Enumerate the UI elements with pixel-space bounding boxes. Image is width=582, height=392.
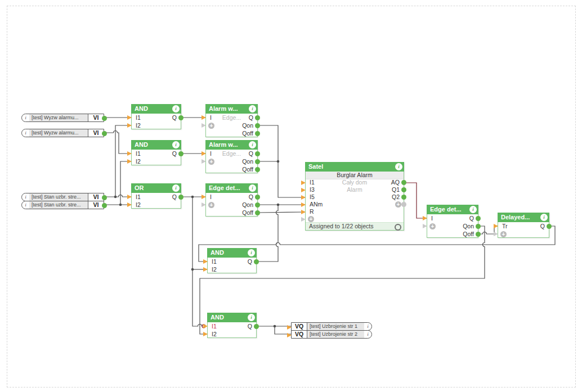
input-connector[interactable] [127, 115, 132, 120]
output-connector[interactable] [547, 224, 552, 229]
add-input-button[interactable]: + [208, 123, 214, 129]
output-connector[interactable] [401, 195, 406, 200]
info-icon[interactable]: i [395, 163, 402, 170]
output-connector[interactable] [178, 151, 183, 156]
output-connector[interactable] [476, 216, 481, 221]
virtual-output-pill[interactable]: VQ[test] Uzbrojenie str 2i [291, 330, 372, 339]
block-and-2[interactable]: ANDiI1QI2 [131, 140, 181, 165]
info-icon[interactable]: i [249, 184, 256, 192]
block-alarm-2[interactable]: Alarm w...iIEdge...QQon+Qoff [205, 140, 258, 173]
input-connector[interactable] [287, 333, 292, 337]
info-icon[interactable]: i [172, 184, 180, 192]
input-connector[interactable] [301, 202, 306, 207]
add-input-button[interactable]: + [208, 202, 214, 208]
block-satel[interactable]: SateliBurglar AlarmI1Cały domAQI3AlarmQ1… [305, 162, 404, 231]
input-connector[interactable] [202, 159, 206, 164]
input-connector[interactable] [202, 195, 206, 199]
virtual-input-pill[interactable]: i[test] Stan uzbr. stre...VI [21, 201, 104, 209]
info-icon[interactable]: i [249, 105, 256, 112]
input-connector[interactable] [202, 123, 206, 128]
output-connector[interactable] [254, 259, 259, 264]
output-connector[interactable] [255, 115, 260, 120]
info-icon[interactable]: i [249, 141, 256, 148]
add-input-button[interactable]: + [500, 231, 507, 237]
block-delayed[interactable]: Delayed...iTrQ+ [498, 213, 549, 238]
info-icon[interactable]: i [364, 331, 371, 338]
info-icon[interactable]: i [248, 314, 255, 321]
output-connector[interactable] [102, 116, 107, 121]
info-icon[interactable]: i [22, 201, 29, 209]
info-icon[interactable]: i [469, 206, 477, 213]
output-connector[interactable] [401, 202, 406, 207]
output-connector[interactable] [102, 195, 107, 200]
info-icon[interactable]: i [364, 323, 371, 330]
virtual-input-pill[interactable]: i[test] Wyzw alarmu...VI [21, 114, 104, 122]
input-connector[interactable] [301, 181, 306, 185]
add-input-button[interactable]: + [308, 216, 314, 222]
gear-icon[interactable] [395, 224, 401, 231]
block-and-1[interactable]: ANDiI1QI2 [131, 104, 181, 129]
virtual-input-pill[interactable]: i[test] Stan uzbr. stre...VI [21, 193, 104, 201]
input-connector[interactable] [301, 195, 306, 200]
input-connector[interactable] [202, 115, 206, 120]
input-connector[interactable] [301, 188, 306, 192]
output-connector[interactable] [255, 151, 260, 156]
input-connector[interactable] [301, 210, 306, 214]
output-connector[interactable] [255, 131, 260, 136]
input-connector[interactable] [202, 151, 206, 156]
input-connector[interactable] [127, 151, 132, 156]
info-icon[interactable]: i [22, 129, 29, 137]
output-connector[interactable] [178, 115, 183, 120]
input-connector[interactable] [494, 232, 498, 236]
output-connector[interactable] [178, 195, 183, 200]
input-connector[interactable] [127, 159, 132, 164]
port-label-qoff: Qoff [242, 129, 253, 137]
input-connector[interactable] [127, 123, 132, 128]
output-connector[interactable] [255, 167, 260, 172]
block-row: Qoff [206, 165, 257, 173]
input-connector[interactable] [287, 325, 292, 330]
output-connector[interactable] [255, 123, 260, 128]
output-connector[interactable] [255, 210, 260, 215]
input-connector[interactable] [202, 202, 206, 207]
input-connector[interactable] [203, 332, 208, 336]
output-connector[interactable] [255, 159, 260, 164]
input-connector[interactable] [127, 202, 132, 207]
output-connector[interactable] [102, 203, 107, 208]
input-connector[interactable] [203, 267, 208, 272]
virtual-input-pill[interactable]: i[test] Wyzw alarmu...VI [21, 129, 104, 137]
output-connector[interactable] [401, 187, 406, 192]
block-edge-det-1[interactable]: Edge det...iIQQon+Qoff [205, 183, 258, 217]
block-edge-det-2[interactable]: Edge det...iIQQon+Qoff [427, 205, 478, 238]
info-icon[interactable]: i [22, 193, 29, 201]
output-connector[interactable] [476, 224, 481, 229]
info-icon[interactable]: i [172, 105, 180, 112]
input-connector[interactable] [423, 216, 427, 220]
input-connector[interactable] [203, 324, 208, 328]
info-icon[interactable]: i [22, 114, 29, 121]
input-connector[interactable] [494, 224, 498, 228]
output-connector[interactable] [476, 232, 481, 237]
add-input-button[interactable]: + [208, 159, 214, 165]
add-input-button[interactable]: + [429, 223, 436, 229]
virtual-output-pill[interactable]: VQ[test] Uzbrojenie str 1i [291, 322, 372, 331]
input-connector[interactable] [203, 259, 208, 264]
add-output-button[interactable]: + [395, 201, 401, 208]
info-icon[interactable]: i [540, 214, 548, 221]
port-label-i1: I1 [212, 322, 217, 330]
input-connector[interactable] [423, 224, 427, 228]
block-alarm-1[interactable]: Alarm w...iIEdge...QQon+Qoff [205, 104, 258, 137]
input-connector[interactable] [127, 195, 132, 199]
info-icon[interactable]: i [172, 141, 180, 148]
block-or-1[interactable]: ORiI1QI2 [131, 183, 181, 209]
output-connector[interactable] [255, 195, 260, 200]
block-row: I1Q [208, 258, 256, 265]
block-and-4[interactable]: ANDiI1QI2 [207, 313, 257, 338]
output-connector[interactable] [254, 324, 259, 329]
output-connector[interactable] [255, 202, 260, 208]
block-and-3[interactable]: ANDiI1QI2 [207, 248, 257, 273]
input-connector[interactable] [301, 217, 306, 222]
output-connector[interactable] [102, 131, 107, 136]
info-icon[interactable]: i [248, 249, 255, 256]
output-connector[interactable] [401, 180, 406, 185]
